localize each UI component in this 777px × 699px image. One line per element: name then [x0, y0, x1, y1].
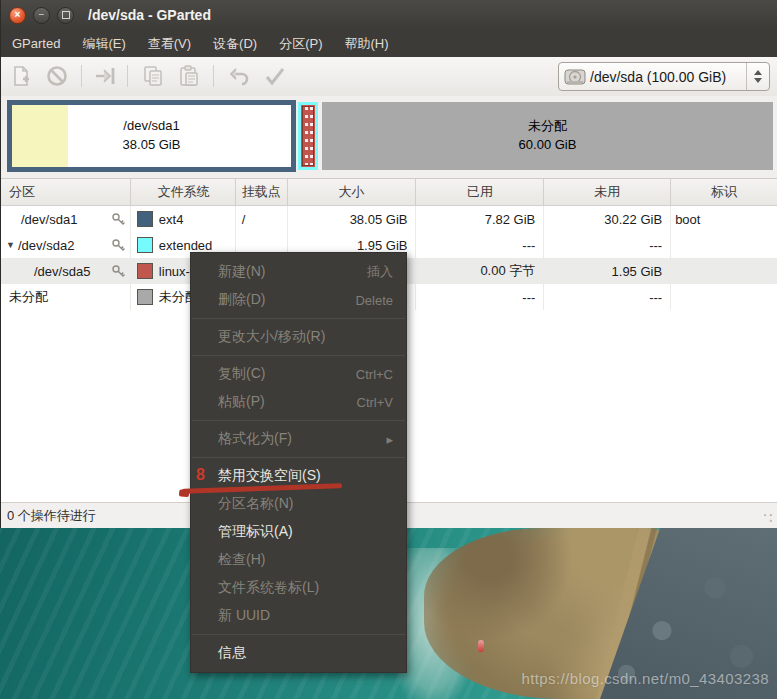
partition-context-menu: 新建(N)插入 删除(D)Delete 更改大小/移动(R) 复制(C)Ctrl…	[190, 252, 407, 673]
menu-item-manage-flags[interactable]: 管理标识(A)	[191, 518, 406, 546]
device-selector[interactable]: /dev/sda (100.00 GiB)	[558, 62, 770, 91]
key-icon	[111, 212, 126, 227]
toolbar-separator	[213, 65, 214, 87]
fs-color-swatch	[137, 289, 153, 305]
key-icon	[111, 238, 126, 253]
menu-item-new-uuid[interactable]: 新 UUID	[191, 602, 406, 630]
menu-item-partition-name[interactable]: 分区名称(N)	[191, 490, 406, 518]
menu-separator	[192, 420, 405, 421]
new-partition-icon[interactable]	[9, 64, 35, 90]
menu-item-format-to[interactable]: 格式化为(F)▸	[191, 425, 406, 453]
visual-sda1-size: 38.05 GiB	[123, 136, 181, 155]
person-on-rocks	[478, 640, 484, 652]
swap-hatch-pattern	[302, 106, 314, 166]
table-header-row: 分区 文件系统 挂载点 大小 已用 未用 标识	[1, 179, 777, 206]
expander-icon[interactable]: ▼	[6, 240, 18, 250]
fs-color-swatch	[137, 263, 153, 279]
undo-icon[interactable]	[227, 64, 253, 90]
toolbar-separator	[81, 65, 82, 87]
toolbar-separator	[127, 65, 128, 87]
menu-separator	[192, 634, 405, 635]
menu-item-check[interactable]: 检查(H)	[191, 546, 406, 574]
key-icon	[111, 264, 126, 279]
visual-partition-sda1[interactable]: /dev/sda1 38.05 GiB	[7, 100, 296, 172]
menu-separator	[192, 457, 405, 458]
window-title: /dev/sda - GParted	[88, 7, 211, 23]
table-row-sda1[interactable]: /dev/sda1 ext4 / 38.05 GiB 7.82 GiB 30.2…	[1, 206, 777, 232]
menu-help[interactable]: 帮助(H)	[334, 31, 400, 57]
resize-move-icon[interactable]	[93, 64, 119, 90]
close-icon[interactable]: ×	[9, 7, 26, 24]
partition-visual-bar: /dev/sda1 38.05 GiB 未分配 60.00 GiB	[1, 96, 777, 178]
menu-item-information[interactable]: 信息	[191, 639, 406, 667]
resize-grip[interactable]	[761, 511, 775, 525]
csdn-watermark: https://blog.csdn.net/m0_43403238	[521, 670, 769, 687]
copy-icon[interactable]	[141, 64, 167, 90]
spinner-arrows-icon[interactable]	[746, 63, 769, 90]
visual-sda1-name: /dev/sda1	[123, 117, 179, 136]
header-mountpoint[interactable]: 挂载点	[236, 179, 288, 205]
menu-partition[interactable]: 分区(P)	[268, 31, 333, 57]
hard-disk-icon	[564, 67, 586, 87]
visual-partition-unallocated[interactable]: 未分配 60.00 GiB	[322, 102, 773, 170]
menu-item-new[interactable]: 新建(N)插入	[191, 258, 406, 286]
header-flags[interactable]: 标识	[671, 179, 777, 205]
apply-icon[interactable]	[263, 64, 289, 90]
maximize-icon[interactable]	[57, 7, 74, 24]
pending-operations-text: 0 个操作待进行	[7, 507, 96, 525]
visual-unalloc-size: 60.00 GiB	[519, 136, 577, 155]
window-controls: × −	[9, 7, 74, 24]
annotation-step-number: 8	[196, 466, 205, 484]
visual-unalloc-name: 未分配	[528, 117, 567, 136]
menu-item-delete[interactable]: 删除(D)Delete	[191, 286, 406, 314]
toolbar: /dev/sda (100.00 GiB)	[1, 57, 777, 97]
menu-view[interactable]: 查看(V)	[137, 31, 202, 57]
menubar: GParted 编辑(E) 查看(V) 设备(D) 分区(P) 帮助(H)	[1, 30, 777, 57]
submenu-arrow-icon: ▸	[386, 432, 393, 447]
menu-item-paste[interactable]: 粘贴(P)Ctrl+V	[191, 388, 406, 416]
minimize-icon[interactable]: −	[33, 7, 50, 24]
header-size[interactable]: 大小	[288, 179, 417, 205]
screenshot-root: https://blog.csdn.net/m0_43403238 × − /d…	[0, 0, 777, 699]
menu-gparted[interactable]: GParted	[1, 32, 71, 55]
menu-device[interactable]: 设备(D)	[202, 31, 268, 57]
menu-separator	[192, 355, 405, 356]
visual-partition-extended-swap[interactable]	[298, 102, 318, 170]
header-unused[interactable]: 未用	[544, 179, 671, 205]
paste-icon[interactable]	[177, 64, 203, 90]
menu-item-resize-move[interactable]: 更改大小/移动(R)	[191, 323, 406, 351]
menu-item-copy[interactable]: 复制(C)Ctrl+C	[191, 360, 406, 388]
menu-item-label-filesystem[interactable]: 文件系统卷标(L)	[191, 574, 406, 602]
menu-edit[interactable]: 编辑(E)	[71, 31, 136, 57]
fs-color-swatch	[137, 211, 153, 227]
device-selector-value: /dev/sda (100.00 GiB)	[590, 69, 726, 85]
delete-partition-icon[interactable]	[45, 64, 71, 90]
titlebar[interactable]: × − /dev/sda - GParted	[1, 0, 777, 30]
fs-color-swatch	[137, 237, 153, 253]
menu-separator	[192, 318, 405, 319]
header-used[interactable]: 已用	[416, 179, 544, 205]
header-filesystem[interactable]: 文件系统	[131, 179, 236, 205]
header-partition[interactable]: 分区	[1, 179, 131, 205]
